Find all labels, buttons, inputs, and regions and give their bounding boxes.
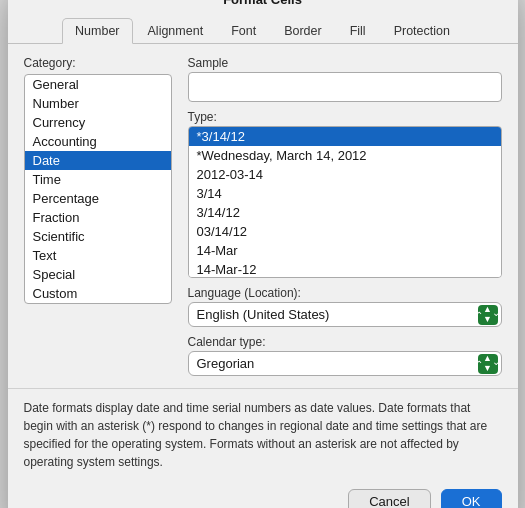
language-select-wrapper: English (United States) ▲ ▼ [188, 302, 502, 327]
type-item[interactable]: 3/14 [189, 184, 501, 203]
type-item[interactable]: 14-Mar-12 [189, 260, 501, 278]
button-bar: Cancel OK [8, 481, 518, 508]
type-item[interactable]: 2012-03-14 [189, 165, 501, 184]
sample-box [188, 72, 502, 102]
category-item-date[interactable]: Date [25, 151, 171, 170]
calendar-label: Calendar type: [188, 335, 502, 349]
tab-alignment[interactable]: Alignment [135, 18, 217, 44]
category-item-fraction[interactable]: Fraction [25, 208, 171, 227]
category-item-number[interactable]: Number [25, 94, 171, 113]
category-list: GeneralNumberCurrencyAccountingDateTimeP… [24, 74, 172, 304]
format-cells-dialog: Format Cells NumberAlignmentFontBorderFi… [8, 0, 518, 508]
content-area: Category: GeneralNumberCurrencyAccountin… [8, 44, 518, 388]
dialog-title: Format Cells [8, 0, 518, 13]
category-item-percentage[interactable]: Percentage [25, 189, 171, 208]
type-item[interactable]: *Wednesday, March 14, 2012 [189, 146, 501, 165]
category-item-scientific[interactable]: Scientific [25, 227, 171, 246]
tab-protection[interactable]: Protection [381, 18, 463, 44]
category-item-text[interactable]: Text [25, 246, 171, 265]
language-select[interactable]: English (United States) [188, 302, 502, 327]
category-label: Category: [24, 56, 172, 70]
description-text: Date formats display date and time seria… [24, 401, 488, 469]
tabs-bar: NumberAlignmentFontBorderFillProtection [8, 13, 518, 44]
calendar-section: Calendar type: Gregorian ▲ ▼ [188, 335, 502, 376]
ok-button[interactable]: OK [441, 489, 502, 508]
sample-label: Sample [188, 56, 502, 70]
tab-font[interactable]: Font [218, 18, 269, 44]
type-item[interactable]: 03/14/12 [189, 222, 501, 241]
cancel-button[interactable]: Cancel [348, 489, 430, 508]
language-label: Language (Location): [188, 286, 502, 300]
tab-fill[interactable]: Fill [337, 18, 379, 44]
type-item[interactable]: 3/14/12 [189, 203, 501, 222]
calendar-select-wrapper: Gregorian ▲ ▼ [188, 351, 502, 376]
category-item-custom[interactable]: Custom [25, 284, 171, 303]
type-label: Type: [188, 110, 502, 124]
category-item-special[interactable]: Special [25, 265, 171, 284]
left-panel: Category: GeneralNumberCurrencyAccountin… [24, 56, 172, 376]
type-section: Type: *3/14/12*Wednesday, March 14, 2012… [188, 110, 502, 278]
category-item-accounting[interactable]: Accounting [25, 132, 171, 151]
category-item-currency[interactable]: Currency [25, 113, 171, 132]
type-list[interactable]: *3/14/12*Wednesday, March 14, 20122012-0… [188, 126, 502, 278]
tab-number[interactable]: Number [62, 18, 132, 44]
language-section: Language (Location): English (United Sta… [188, 286, 502, 327]
right-panel: Sample Type: *3/14/12*Wednesday, March 1… [188, 56, 502, 376]
description-area: Date formats display date and time seria… [8, 388, 518, 481]
type-item[interactable]: 14-Mar [189, 241, 501, 260]
tab-border[interactable]: Border [271, 18, 335, 44]
sample-section: Sample [188, 56, 502, 102]
category-item-general[interactable]: General [25, 75, 171, 94]
category-item-time[interactable]: Time [25, 170, 171, 189]
calendar-select[interactable]: Gregorian [188, 351, 502, 376]
type-item[interactable]: *3/14/12 [189, 127, 501, 146]
